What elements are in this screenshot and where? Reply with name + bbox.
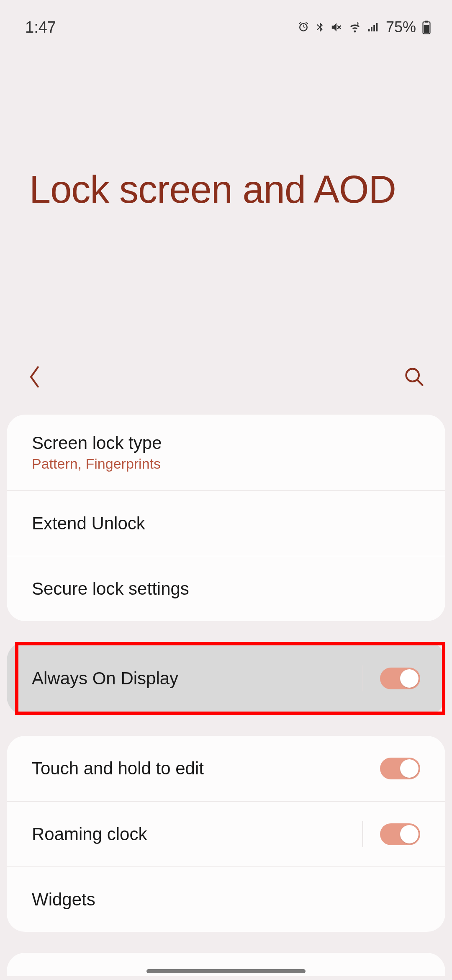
row-always-on-display[interactable]: Always On Display	[7, 642, 445, 715]
row-extend-unlock[interactable]: Extend Unlock	[7, 490, 445, 556]
touch-hold-edit-toggle[interactable]	[380, 758, 420, 779]
row-title: Extend Unlock	[32, 513, 145, 534]
toggle-separator	[362, 665, 363, 691]
search-icon[interactable]	[403, 366, 425, 388]
toggle-wrap	[362, 665, 420, 691]
svg-rect-3	[424, 25, 429, 33]
wifi-icon: 6	[347, 21, 362, 34]
row-title: Touch and hold to edit	[32, 758, 204, 779]
row-screen-lock-type[interactable]: Screen lock type Pattern, Fingerprints	[7, 415, 445, 490]
row-title: Secure lock settings	[32, 579, 189, 599]
svg-text:6: 6	[357, 21, 360, 26]
roaming-clock-toggle[interactable]	[380, 823, 420, 845]
back-icon[interactable]	[27, 364, 44, 389]
home-indicator[interactable]	[146, 969, 306, 973]
svg-rect-2	[425, 21, 429, 22]
row-secure-lock-settings[interactable]: Secure lock settings	[7, 556, 445, 621]
svg-line-5	[417, 380, 423, 385]
settings-group-3: Touch and hold to edit Roaming clock Wid…	[7, 736, 445, 932]
signal-icon	[367, 21, 379, 34]
row-title: Widgets	[32, 890, 95, 910]
bluetooth-icon	[314, 21, 326, 34]
toolbar	[0, 360, 452, 415]
row-subtitle: Pattern, Fingerprints	[32, 456, 162, 472]
row-widgets[interactable]: Widgets	[7, 867, 445, 932]
row-title: Screen lock type	[32, 433, 162, 453]
status-icons: 6 75%	[297, 18, 431, 36]
status-bar: 1:47 6 75%	[0, 0, 452, 42]
alarm-icon	[297, 21, 310, 34]
header-area: Lock screen and AOD	[0, 42, 452, 360]
toggle-wrap	[362, 821, 420, 847]
toggle-separator	[362, 821, 363, 847]
settings-group-1: Screen lock type Pattern, Fingerprints E…	[7, 415, 445, 621]
row-touch-hold-edit[interactable]: Touch and hold to edit	[7, 736, 445, 801]
battery-icon	[422, 20, 431, 34]
row-title: Roaming clock	[32, 824, 147, 844]
battery-percentage: 75%	[386, 18, 416, 36]
status-time: 1:47	[25, 18, 56, 36]
row-title: Always On Display	[32, 668, 178, 689]
page-title: Lock screen and AOD	[29, 168, 423, 211]
row-roaming-clock[interactable]: Roaming clock	[7, 801, 445, 867]
always-on-display-toggle[interactable]	[380, 668, 420, 689]
mute-vibrate-icon	[330, 21, 343, 34]
settings-group-2-highlighted: Always On Display	[7, 642, 445, 715]
